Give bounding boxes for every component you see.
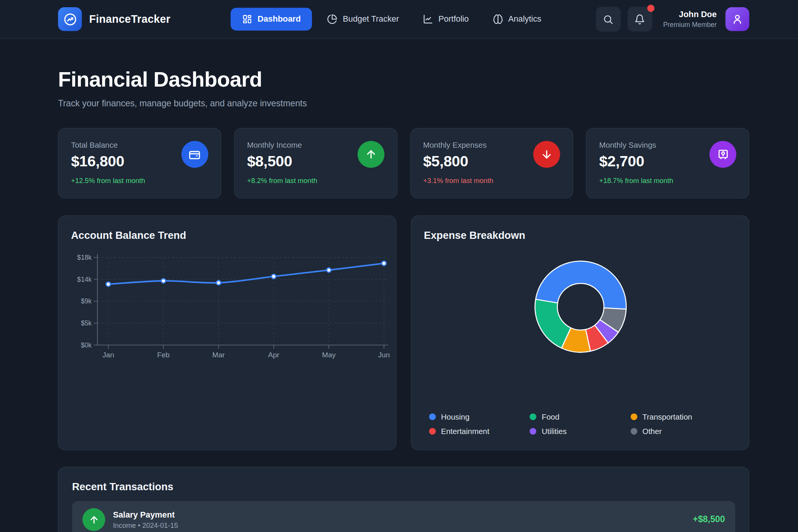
svg-text:Jan: Jan <box>103 351 114 359</box>
svg-text:May: May <box>322 351 336 359</box>
svg-text:$18k: $18k <box>77 254 92 261</box>
expense-breakdown-title: Expense Breakdown <box>424 230 736 242</box>
legend-dot <box>429 428 436 435</box>
nav-item-budget-tracker[interactable]: Budget Tracker <box>318 8 408 30</box>
stat-card-monthly-savings: Monthly Savings$2,700+18.7% from last mo… <box>586 128 749 199</box>
pie-chart-icon <box>327 14 338 24</box>
wallet-icon <box>181 141 208 168</box>
nav-item-label: Portfolio <box>438 14 469 24</box>
recent-transactions-panel: Recent Transactions Salary PaymentIncome… <box>58 467 749 532</box>
expense-breakdown-panel: Expense Breakdown HousingFoodTransportat… <box>411 216 749 450</box>
legend-label: Utilities <box>542 427 567 436</box>
page-title: Financial Dashboard <box>58 67 749 92</box>
nav-item-label: Budget Tracker <box>343 14 399 24</box>
notification-unread-dot <box>647 5 654 12</box>
nav-item-dashboard[interactable]: Dashboard <box>231 8 312 30</box>
balance-trend-panel: Account Balance Trend $0k$5k$9k$14k$18kJ… <box>58 216 397 450</box>
brand-name: FinanceTracker <box>89 13 171 25</box>
app-root: FinanceTracker Dashboard <box>0 0 798 532</box>
legend-label: Other <box>642 427 662 436</box>
app-logo-icon <box>58 7 82 31</box>
notifications-button[interactable] <box>627 7 652 32</box>
search-button[interactable] <box>596 7 621 32</box>
svg-text:Mar: Mar <box>212 351 225 359</box>
navbar-actions: John Doe Premium Member <box>596 7 749 32</box>
legend-item-entertainment[interactable]: Entertainment <box>429 427 530 436</box>
stat-change: +12.5% from last month <box>71 177 208 184</box>
transaction-amount: +$8,500 <box>693 515 725 525</box>
donut-chart-svg <box>424 248 737 368</box>
legend-item-transportation[interactable]: Transportation <box>630 412 731 421</box>
arrow-up-icon <box>82 508 105 531</box>
legend-dot <box>530 428 537 435</box>
legend-label: Housing <box>441 412 469 421</box>
user-icon <box>731 13 744 25</box>
svg-text:$5k: $5k <box>81 319 92 327</box>
bell-icon <box>634 14 645 25</box>
stat-change: +3.1% from last month <box>423 177 560 184</box>
layout-dashboard-icon <box>242 14 252 24</box>
legend-item-housing[interactable]: Housing <box>429 412 530 421</box>
transactions-list: Salary PaymentIncome • 2024-01-15+$8,500 <box>72 501 735 532</box>
svg-text:Apr: Apr <box>268 351 280 359</box>
vault-icon <box>710 141 736 168</box>
stat-card-monthly-expenses: Monthly Expenses$5,800+3.1% from last mo… <box>410 128 573 199</box>
legend-dot <box>630 414 637 420</box>
legend-item-other[interactable]: Other <box>630 427 731 436</box>
transaction-row[interactable]: Salary PaymentIncome • 2024-01-15+$8,500 <box>72 501 735 532</box>
main-nav: Dashboard Budget Tracker <box>231 8 550 30</box>
recent-transactions-title: Recent Transactions <box>72 481 735 493</box>
navbar-inner: FinanceTracker Dashboard <box>58 0 749 38</box>
legend-dot <box>429 414 436 420</box>
brain-icon <box>493 14 503 24</box>
arrow-down-icon <box>533 141 560 168</box>
expense-breakdown-chart <box>424 248 736 368</box>
user-tier: Premium Member <box>663 21 717 28</box>
legend-item-food[interactable]: Food <box>530 412 630 421</box>
stat-card-monthly-income: Monthly Income$8,500+8.2% from last mont… <box>234 128 397 199</box>
svg-text:$14k: $14k <box>77 276 92 283</box>
brand[interactable]: FinanceTracker <box>58 7 171 31</box>
svg-text:$9k: $9k <box>81 298 92 305</box>
stat-card-total-balance: Total Balance$16,800+12.5% from last mon… <box>58 128 221 199</box>
nav-item-label: Analytics <box>508 14 541 24</box>
expense-legend: HousingFoodTransportationEntertainmentUt… <box>424 412 736 436</box>
transaction-info: Salary PaymentIncome • 2024-01-15 <box>113 510 178 529</box>
user-info: John Doe Premium Member <box>663 10 717 28</box>
legend-dot <box>630 428 637 435</box>
stat-cards: Total Balance$16,800+12.5% from last mon… <box>58 128 749 199</box>
svg-text:$0k: $0k <box>81 341 92 349</box>
line-chart-icon <box>423 14 433 24</box>
svg-text:Jun: Jun <box>378 351 390 359</box>
nav-item-label: Dashboard <box>258 14 301 24</box>
nav-item-analytics[interactable]: Analytics <box>484 8 550 30</box>
nav-item-portfolio[interactable]: Portfolio <box>414 8 477 30</box>
search-icon <box>603 14 614 25</box>
transaction-meta: Income • 2024-01-15 <box>113 521 178 529</box>
charts-row: Account Balance Trend $0k$5k$9k$14k$18kJ… <box>58 216 749 450</box>
stat-change: +18.7% from last month <box>599 177 736 184</box>
stat-change: +8.2% from last month <box>247 177 384 184</box>
legend-item-utilities[interactable]: Utilities <box>530 427 630 436</box>
balance-trend-title: Account Balance Trend <box>71 230 384 242</box>
legend-dot <box>530 414 537 420</box>
navbar: FinanceTracker Dashboard <box>0 0 798 39</box>
legend-label: Food <box>542 412 559 421</box>
line-chart-svg: $0k$5k$9k$14k$18kJanFebMarAprMayJun <box>71 248 392 368</box>
transaction-name: Salary Payment <box>113 510 178 519</box>
user-name: John Doe <box>663 10 717 19</box>
legend-label: Entertainment <box>441 427 489 436</box>
balance-trend-chart: $0k$5k$9k$14k$18kJanFebMarAprMayJun <box>71 248 384 368</box>
main-content: Financial Dashboard Track your finances,… <box>58 67 749 532</box>
page-subtitle: Track your finances, manage budgets, and… <box>58 98 749 109</box>
svg-text:Feb: Feb <box>157 351 170 359</box>
user-avatar[interactable] <box>725 7 749 31</box>
arrow-up-icon <box>357 141 384 168</box>
legend-label: Transportation <box>642 412 692 421</box>
